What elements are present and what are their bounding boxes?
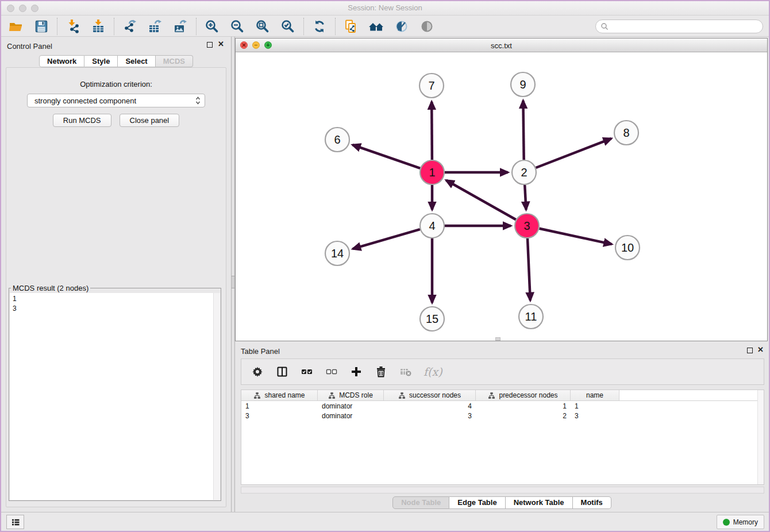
node-1[interactable]: 1 [420, 160, 444, 184]
add-column-button[interactable] [349, 365, 363, 379]
node-4[interactable]: 4 [420, 214, 444, 238]
column-label: name [586, 391, 603, 399]
tab-motifs[interactable]: Motifs [573, 496, 611, 509]
zoom-in-button[interactable] [203, 17, 221, 36]
table-row[interactable]: 1dominator411 [241, 401, 764, 411]
tab-select[interactable]: Select [118, 55, 155, 67]
workspace: ✕ − + scc.txt 1234678910111415 Table Pan… [235, 37, 769, 512]
table-cell-successor-nodes[interactable]: 3 [384, 412, 476, 420]
column-header-successor-nodes[interactable]: successor nodes [384, 390, 476, 400]
table-cell-successor-nodes[interactable]: 4 [384, 402, 476, 410]
table-cell-mcds-role[interactable]: dominator [318, 412, 384, 420]
panel-splitter[interactable] [231, 37, 235, 512]
search-input[interactable] [611, 22, 758, 30]
node-3[interactable]: 3 [515, 214, 539, 238]
tab-network-table[interactable]: Network Table [506, 496, 573, 509]
import-table-button[interactable] [89, 17, 107, 36]
column-header-predecessor-nodes[interactable]: predecessor nodes [476, 390, 571, 400]
home-button[interactable] [367, 17, 386, 36]
zoom-selected-button[interactable] [279, 17, 297, 36]
float-table-panel-icon[interactable] [747, 348, 753, 353]
refresh-button[interactable] [310, 17, 329, 36]
zoom-fit-button[interactable] [253, 17, 272, 36]
clone-network-button[interactable] [342, 17, 360, 36]
edge-2-9[interactable] [523, 101, 523, 160]
column-header-name[interactable]: name [571, 390, 619, 400]
node-6[interactable]: 6 [325, 128, 349, 152]
network-graph[interactable]: 1234678910111415 [236, 52, 767, 341]
run-mcds-button[interactable]: Run MCDS [53, 114, 111, 127]
close-panel-icon[interactable]: ✕ [218, 40, 224, 48]
table-cell-name[interactable]: 3 [571, 412, 619, 420]
tab-node-table[interactable]: Node Table [392, 496, 449, 509]
table-cell-shared-name[interactable]: 1 [241, 402, 318, 410]
table-cell-predecessor-nodes[interactable]: 2 [476, 412, 571, 420]
zoom-fit-icon [255, 19, 270, 34]
search-field[interactable] [595, 20, 763, 33]
export-network-button[interactable] [121, 17, 139, 36]
table-cell-shared-name[interactable]: 3 [241, 412, 318, 420]
tab-mcds[interactable]: MCDS [156, 55, 193, 67]
edge-1-6[interactable] [353, 145, 421, 168]
save-session-button[interactable] [32, 17, 51, 36]
node-10[interactable]: 10 [615, 236, 640, 260]
table-settings-button[interactable] [251, 365, 264, 379]
table-row[interactable]: 3dominator323 [241, 411, 764, 421]
result-scrollbar[interactable] [213, 293, 220, 500]
node-14[interactable]: 14 [325, 241, 349, 265]
deselect-all-button[interactable] [325, 365, 338, 379]
show-panel-button[interactable] [418, 17, 436, 36]
open-file-button[interactable] [7, 17, 25, 36]
node-8[interactable]: 8 [614, 121, 638, 145]
memory-button[interactable]: Memory [717, 515, 764, 529]
canvas-resize-grip[interactable] [495, 337, 500, 341]
column-header-mcds-role[interactable]: MCDS role [318, 390, 384, 400]
function-builder-button[interactable]: f(x) [424, 365, 442, 379]
column-header-shared-name[interactable]: shared name [241, 390, 318, 400]
criterion-dropdown[interactable]: strongly connected component [27, 94, 205, 107]
import-network-button[interactable] [64, 17, 82, 36]
delete-table-button[interactable] [399, 365, 413, 379]
close-table-panel-icon[interactable]: ✕ [757, 345, 764, 354]
hide-panel-button[interactable] [392, 17, 411, 36]
edge-3-1[interactable] [446, 180, 515, 220]
splitter-grip[interactable] [232, 276, 234, 288]
table-cell-predecessor-nodes[interactable]: 1 [476, 402, 571, 410]
select-all-button[interactable] [300, 365, 314, 379]
float-panel-icon[interactable] [207, 42, 213, 48]
edge-3-10[interactable] [540, 229, 612, 244]
node-label: 1 [429, 166, 435, 179]
node-11[interactable]: 11 [519, 304, 543, 329]
zoom-out-button[interactable] [228, 17, 247, 36]
table-cell-name[interactable]: 1 [571, 402, 619, 410]
node-label: 3 [523, 219, 530, 232]
node-9[interactable]: 9 [511, 72, 535, 97]
table-hscrollbar[interactable] [241, 487, 764, 494]
table-cell-mcds-role[interactable]: dominator [318, 402, 384, 410]
delete-column-button[interactable] [374, 365, 388, 379]
node-15[interactable]: 15 [420, 307, 444, 331]
node-7[interactable]: 7 [419, 74, 444, 98]
split-columns-button[interactable] [275, 365, 289, 379]
mcds-result-text[interactable]: 1 3 [10, 293, 213, 500]
edge-2-3[interactable] [525, 185, 526, 210]
edge-4-14[interactable] [353, 229, 420, 249]
network-canvas[interactable]: 1234678910111415 [236, 52, 767, 341]
tab-edge-table[interactable]: Edge Table [449, 496, 505, 509]
close-panel-button[interactable]: Close panel [120, 114, 180, 127]
node-label: 4 [429, 219, 435, 232]
import-table-icon [91, 19, 106, 34]
export-table-button[interactable] [146, 17, 164, 36]
column-label: MCDS role [339, 391, 373, 399]
edge-2-8[interactable] [536, 138, 611, 168]
select-all-icon [301, 365, 313, 378]
tab-network[interactable]: Network [39, 55, 84, 67]
table-scrollbar[interactable] [757, 390, 764, 484]
edge-1-7[interactable] [432, 102, 432, 160]
tab-style[interactable]: Style [84, 55, 118, 67]
task-history-button[interactable] [6, 515, 24, 529]
export-image-button[interactable] [171, 17, 190, 36]
node-2[interactable]: 2 [512, 160, 536, 184]
network-window-titlebar[interactable]: ✕ − + scc.txt [236, 38, 767, 52]
edge-3-11[interactable] [528, 238, 530, 300]
